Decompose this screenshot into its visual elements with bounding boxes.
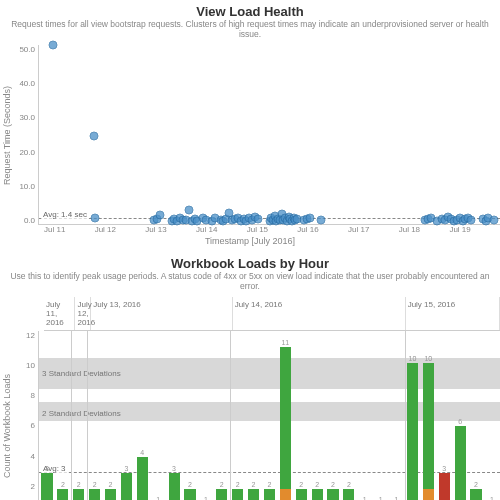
date-header: July 15, 2016 bbox=[406, 297, 500, 330]
bar bbox=[105, 489, 116, 501]
bar bbox=[343, 489, 354, 501]
bar-value-label: 3 bbox=[172, 465, 176, 472]
bar-segment bbox=[137, 457, 148, 500]
chart1-plot-area: Avg: 1.4 sec bbox=[38, 45, 500, 225]
bar-column: 2 bbox=[230, 331, 246, 500]
bar-column: 2 bbox=[246, 331, 262, 500]
bar-segment bbox=[41, 473, 52, 500]
bar-column: 2 bbox=[87, 331, 103, 500]
bar-value-label: 2 bbox=[188, 481, 192, 488]
date-header: July 11, 2016 bbox=[44, 297, 75, 330]
bar-column: 10 bbox=[420, 331, 436, 500]
bar bbox=[264, 489, 275, 501]
bar bbox=[407, 363, 418, 501]
data-point bbox=[89, 132, 98, 141]
data-point bbox=[317, 215, 326, 224]
bar-segment bbox=[89, 489, 100, 501]
bar bbox=[439, 473, 450, 500]
date-header: July 13, 2016 bbox=[91, 297, 233, 330]
bar-column: 4 bbox=[134, 331, 150, 500]
bar bbox=[470, 489, 481, 501]
bar-segment bbox=[343, 489, 354, 501]
date-header: July 14, 2016 bbox=[233, 297, 406, 330]
bar-column: 2 bbox=[341, 331, 357, 500]
chart2-yaxis: 121086420 bbox=[14, 331, 38, 500]
bar-value-label: 2 bbox=[474, 481, 478, 488]
bar-column: 2 bbox=[103, 331, 119, 500]
bar bbox=[327, 489, 338, 501]
bar-segment bbox=[73, 489, 84, 501]
chart1-xlabel: Timestamp [July 2016] bbox=[0, 236, 500, 246]
bar-column: 2 bbox=[214, 331, 230, 500]
bar bbox=[89, 489, 100, 501]
bar bbox=[121, 473, 132, 500]
bar-segment bbox=[470, 489, 481, 501]
bar-value-label: 2 bbox=[61, 481, 65, 488]
bar-column: 2 bbox=[309, 331, 325, 500]
bar-value-label: 10 bbox=[424, 355, 432, 362]
day-separator bbox=[71, 331, 72, 500]
bar bbox=[216, 489, 227, 501]
bar-segment bbox=[280, 347, 291, 489]
bar-column: 3 bbox=[118, 331, 134, 500]
data-point bbox=[156, 210, 165, 219]
chart2-date-headers: July 11, 2016July 12, 2016July 13, 2016J… bbox=[44, 297, 500, 331]
bar-segment bbox=[296, 489, 307, 501]
bar-value-label: 1 bbox=[490, 496, 494, 500]
bar-segment bbox=[248, 489, 259, 501]
chart2-plot-area: 3 Standard Deviations 2 Standard Deviati… bbox=[38, 331, 500, 500]
data-point bbox=[253, 215, 262, 224]
chart1-ylabel: Request Time (Seconds) bbox=[0, 45, 14, 225]
bar-segment bbox=[121, 473, 132, 500]
bar-segment bbox=[280, 489, 291, 501]
bar bbox=[455, 426, 466, 501]
bar-segment bbox=[327, 489, 338, 501]
bar-segment bbox=[105, 489, 116, 501]
bar-column: 2 bbox=[261, 331, 277, 500]
bar-segment bbox=[312, 489, 323, 501]
bar-column: 1 bbox=[150, 331, 166, 500]
bar-column: 2 bbox=[55, 331, 71, 500]
bar-value-label: 1 bbox=[156, 496, 160, 500]
bar-value-label: 2 bbox=[299, 481, 303, 488]
bar-segment bbox=[439, 473, 450, 500]
view-load-health-chart: View Load Health Request times for all v… bbox=[0, 4, 500, 246]
bar-value-label: 2 bbox=[252, 481, 256, 488]
day-separator bbox=[405, 331, 406, 500]
bar-value-label: 2 bbox=[267, 481, 271, 488]
bar-value-label: 2 bbox=[347, 481, 351, 488]
bar-column: 1 bbox=[198, 331, 214, 500]
bar-column: 2 bbox=[325, 331, 341, 500]
data-point bbox=[305, 213, 314, 222]
bar-column: 11 bbox=[277, 331, 293, 500]
bar-segment bbox=[455, 426, 466, 501]
bar-segment bbox=[407, 363, 418, 501]
bar-column: 1 bbox=[484, 331, 500, 500]
bar bbox=[248, 489, 259, 501]
bar-value-label: 1 bbox=[204, 496, 208, 500]
bar-segment bbox=[423, 363, 434, 489]
bar-segment bbox=[216, 489, 227, 501]
day-separator bbox=[230, 331, 231, 500]
day-separator bbox=[87, 331, 88, 500]
bar bbox=[169, 473, 180, 500]
bar-value-label: 2 bbox=[109, 481, 113, 488]
bar-value-label: 1 bbox=[395, 496, 399, 500]
bar-segment bbox=[57, 489, 68, 501]
chart2-subtitle: Use this to identify peak usage periods.… bbox=[0, 271, 500, 291]
bar bbox=[41, 473, 52, 500]
bar-value-label: 3 bbox=[442, 465, 446, 472]
bar bbox=[423, 363, 434, 501]
bar bbox=[57, 489, 68, 501]
bar-column: 2 bbox=[182, 331, 198, 500]
chart2-title: Workbook Loads by Hour bbox=[0, 256, 500, 271]
bar bbox=[296, 489, 307, 501]
bar-column: 3 bbox=[166, 331, 182, 500]
data-point bbox=[90, 213, 99, 222]
bar-value-label: 2 bbox=[236, 481, 240, 488]
bar-column: 1 bbox=[389, 331, 405, 500]
bar bbox=[184, 489, 195, 501]
chart2-ylabel: Count of Workbook Loads bbox=[0, 331, 14, 500]
bar bbox=[232, 489, 243, 501]
bar-value-label: 1 bbox=[379, 496, 383, 500]
